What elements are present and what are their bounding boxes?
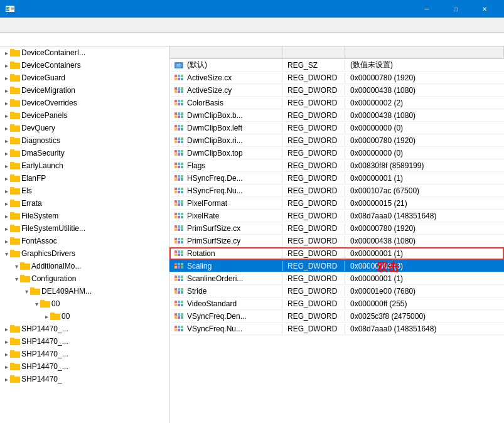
tree-item[interactable]: ▸EarlyLaunch [0,159,169,172]
tree-item[interactable]: ▸ElanFP [0,172,169,185]
tree-item[interactable]: ▸DeviceOverrides [0,97,169,109]
tree-item[interactable]: ▸SHP14470_ [0,373,169,385]
tree-item[interactable]: ▸SHP14470_... [0,360,169,373]
svg-rect-166 [174,291,177,294]
svg-rect-94 [174,141,177,143]
value-row[interactable]: RotationREG_DWORD0x00000001 (1) [169,247,504,260]
tree-item[interactable]: ▸DeviceMigration [0,84,169,97]
folder-icon [10,86,20,95]
tree-item[interactable]: ▸DeviceContainerI... [0,46,169,59]
value-row[interactable]: HSyncFreq.Nu...REG_DWORD0x000107ac (6750… [169,185,504,197]
folder-icon [10,161,20,170]
value-row[interactable]: FlagsREG_DWORD0x00830f8f (8589199) [169,159,504,172]
svg-rect-123 [181,200,183,203]
value-row[interactable]: ColorBasisREG_DWORD0x00000002 (2) [169,97,504,109]
svg-rect-63 [181,75,183,77]
tree-item[interactable]: ▸DevQuery [0,122,169,134]
tree-arrow-icon: ▾ [13,276,20,282]
value-type-cell: REG_DWORD [282,236,345,246]
value-row[interactable]: DwmClipBox.ri...REG_DWORD0x00000780 (192… [169,134,504,147]
svg-rect-111 [181,175,183,178]
tree-item[interactable]: ▸FileSystemUtilitie... [0,222,169,235]
svg-rect-58 [10,364,20,370]
value-row[interactable]: DwmClipBox.topREG_DWORD0x00000000 (0) [169,147,504,159]
menu-view[interactable] [23,24,33,26]
tree-item[interactable]: ▾DEL409AHM... [0,285,169,297]
tree-arrow-icon: ▾ [3,250,10,257]
tree-item[interactable]: ▾GraphicsDrivers [0,247,169,260]
tree-arrow-icon: ▾ [23,288,30,295]
value-row[interactable]: PixelRateREG_DWORD0x08d7aaa0 (148351648) [169,210,504,222]
tree-item[interactable]: ▸SHP14470_... [0,335,169,348]
value-name-cell: VideoStandard [169,299,282,309]
tree-item-label: DeviceContainerI... [21,48,85,57]
tree-item[interactable]: ▸Errata [0,197,169,210]
reg-dword-icon [174,250,183,257]
svg-rect-169 [174,301,177,303]
value-data-cell: 0x00000001 (1) [345,173,504,183]
tree-item[interactable]: ▸DevicePanels [0,109,169,122]
value-row[interactable]: PixelFormatREG_DWORD0x00000015 (21) [169,197,504,210]
maximize-button[interactable]: □ [441,0,470,18]
value-row[interactable]: DwmClipBox.leftREG_DWORD0x00000000 (0) [169,122,504,134]
folder-icon [20,262,30,270]
menu-edit[interactable] [13,24,23,26]
tree-item-label: DeviceGuard [21,73,65,82]
value-row[interactable]: ScanlineOrderi...REG_DWORD0x00000001 (1) [169,272,504,285]
close-button[interactable]: ✕ [470,0,499,18]
tree-item[interactable]: ▸00 [0,310,169,323]
folder-icon [10,73,20,82]
value-row[interactable]: VSyncFreq.Den...REG_DWORD0x0025c3f8 (247… [169,310,504,323]
tree-item[interactable]: ▸FileSystem [0,210,169,222]
value-row[interactable]: ActiveSize.cyREG_DWORD0x00000438 (1080) [169,84,504,97]
folder-icon [10,149,20,158]
folder-icon [10,249,20,258]
svg-rect-145 [174,250,177,253]
value-name-cell: HSyncFreq.Nu... [169,186,282,196]
value-name-text: PrimSurfSize.cx [187,224,240,233]
value-name-cell: PixelFormat [169,198,282,208]
tree-arrow-icon: ▸ [3,188,10,195]
value-row[interactable]: HSyncFreq.De...REG_DWORD0x00000001 (1) [169,172,504,185]
value-name-cell: ActiveSize.cx [169,73,282,83]
svg-rect-42 [20,264,30,270]
value-row[interactable]: VSyncFreq.Nu...REG_DWORD0x08d7aaa0 (1483… [169,323,504,335]
svg-rect-149 [178,254,180,256]
tree-item[interactable]: ▸DeviceGuard [0,72,169,84]
tree-item[interactable]: ▸Diagnostics [0,134,169,147]
minimize-button[interactable]: ─ [412,0,441,18]
reg-dword-icon [174,125,183,131]
reg-dword-icon [174,313,183,319]
tree-item[interactable]: ▾Configuration [0,272,169,285]
folder-icon [10,174,20,183]
svg-rect-171 [181,301,183,303]
svg-rect-68 [178,87,180,90]
value-row[interactable]: VideoStandardREG_DWORD0x000000ff (255) [169,297,504,310]
tree-item[interactable]: ▸DmaSecurity [0,147,169,159]
tree-item[interactable]: ▸SHP14470_... [0,323,169,335]
value-row[interactable]: DwmClipBox.b...REG_DWORD0x00000438 (1080… [169,109,504,122]
tree-item[interactable]: ▸SHP14470_... [0,348,169,360]
value-row[interactable]: ScalingREG_DWORD0x00000003 (3) [169,260,504,272]
tree-item[interactable]: ▾AdditionalMo... [0,260,169,272]
value-type-cell: REG_DWORD [282,73,345,83]
tree-item[interactable]: ▸FontAssoc [0,235,169,247]
value-row[interactable]: StrideREG_DWORD0x00001e00 (7680) [169,285,504,297]
svg-rect-32 [10,201,20,207]
menu-file[interactable] [3,24,13,26]
menu-help[interactable] [43,24,53,26]
value-row[interactable]: ActiveSize.cxREG_DWORD0x00000780 (1920) [169,72,504,84]
tree-item[interactable]: ▸DeviceContainers [0,59,169,72]
svg-rect-175 [174,313,177,316]
value-row[interactable]: ab(默认)REG_SZ(数值未设置) [169,59,504,72]
tree-item-label: AdditionalMo... [31,262,81,270]
tree-item-label: DeviceMigration [21,86,75,95]
value-row[interactable]: PrimSurfSize.cyREG_DWORD0x00000438 (1080… [169,235,504,247]
value-name-text: Flags [187,161,205,170]
svg-rect-126 [181,203,183,206]
menu-favorites[interactable] [33,24,43,26]
tree-item[interactable]: ▸Els [0,185,169,197]
value-name-cell: HSyncFreq.De... [169,173,282,183]
value-row[interactable]: PrimSurfSize.cxREG_DWORD0x00000780 (1920… [169,222,504,235]
tree-item[interactable]: ▾00 [0,297,169,310]
